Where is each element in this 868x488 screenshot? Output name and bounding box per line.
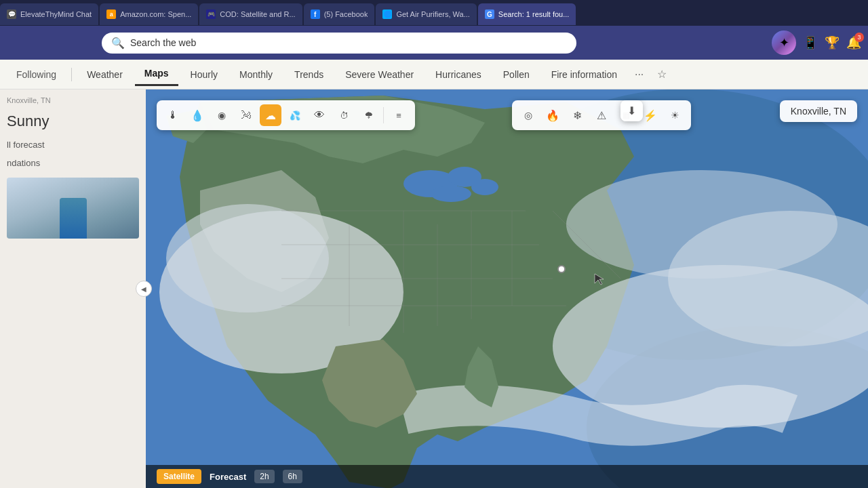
trophy-icon: 🏆	[825, 36, 840, 49]
copilot-button[interactable]: ✦	[772, 30, 796, 55]
nav-item-pollen[interactable]: Pollen	[494, 64, 539, 85]
nav-item-following[interactable]: Following	[7, 64, 66, 85]
map-tool-fire[interactable]: 🔥	[542, 104, 564, 126]
tab-label: COD: Satellite and R...	[220, 10, 295, 18]
weather-condition: Sunny	[7, 113, 139, 130]
nav-item-hurricanes[interactable]: Hurricanes	[426, 64, 491, 85]
map-tool-clouds[interactable]: ☁	[260, 104, 281, 126]
toolbar-icons: ✦ 📱 🏆 🔔 3	[772, 30, 861, 55]
svg-point-5	[471, 179, 498, 195]
weather-location-label: Knoxville, TN	[7, 96, 139, 104]
map-tool-lightning2[interactable]: 🌩	[357, 104, 379, 126]
map-tool-wind[interactable]: 🌬	[235, 104, 257, 126]
tab-search[interactable]: G Search: 1 result fou...	[478, 3, 576, 25]
map-tool-temperature[interactable]: 🌡	[162, 104, 184, 126]
map-tool-target[interactable]: ◎	[517, 104, 539, 126]
map-tool-uv[interactable]: ☀	[664, 104, 686, 126]
browser-chrome: 💬 ElevateThyMind Chat a Amazon.com: Spen…	[0, 0, 868, 60]
tab-cod[interactable]: 🎮 COD: Satellite and R...	[199, 3, 302, 25]
tab-airpurifiers[interactable]: 🌀 Get Air Purifiers, Wa...	[376, 3, 476, 25]
mobile-icon-button[interactable]: 📱	[803, 35, 818, 50]
map-tool-layers[interactable]: ≡	[388, 104, 410, 126]
download-icon: ⬇	[627, 105, 636, 117]
map-tool-visibility[interactable]: 👁	[309, 104, 330, 126]
weather-thumbnail	[7, 178, 139, 239]
bell-icon-button[interactable]: 🔔 3	[846, 35, 861, 50]
panel-collapse-button[interactable]: ◀	[136, 281, 152, 297]
browser-toolbar: 🔍 ✦ 📱 🏆 🔔 3	[0, 26, 868, 60]
nav-separator	[71, 68, 72, 81]
nav-item-weather[interactable]: Weather	[77, 64, 132, 85]
map-toolbar-group2: ◎ 🔥 ❄ ⚠ ▦ ⚡ ☀	[512, 100, 691, 130]
tab-favicon: 🌀	[382, 9, 392, 19]
chevron-left-icon: ◀	[141, 285, 146, 293]
map-location-pin	[557, 265, 566, 273]
tab-bar: 💬 ElevateThyMind Chat a Amazon.com: Spen…	[0, 0, 868, 26]
map-area[interactable]: 🌡 💧 ◉ 🌬 ☁ 💦 👁 ⏱ 🌩 ≡ ◎ 🔥 ❄ ⚠ ▦ ⚡ ☀ ⬇	[146, 89, 868, 488]
nav-item-hourly[interactable]: Hourly	[181, 64, 227, 85]
mobile-icon: 📱	[803, 36, 818, 49]
tab-facebook[interactable]: f (5) Facebook	[304, 3, 375, 25]
map-tool-radar[interactable]: ◉	[211, 104, 233, 126]
tab-label: Search: 1 result fou...	[498, 10, 570, 18]
map-tool-divider	[383, 107, 384, 123]
map-tool-pressure[interactable]: ⏱	[333, 104, 355, 126]
left-panel: Knoxville, TN Sunny ll forecast ndations	[0, 89, 146, 488]
time-2h-button[interactable]: 2h	[254, 470, 274, 483]
tab-favicon: a	[106, 9, 116, 19]
ndations-link[interactable]: ndations	[7, 157, 139, 169]
svg-point-11	[566, 170, 837, 279]
tab-label: Amazon.com: Spen...	[120, 10, 191, 18]
map-tool-warning[interactable]: ⚠	[591, 104, 612, 126]
satellite-tag[interactable]: Satellite	[157, 469, 201, 484]
all-forecast-link[interactable]: ll forecast	[7, 138, 139, 151]
map-toolbar-group1: 🌡 💧 ◉ 🌬 ☁ 💦 👁 ⏱ 🌩 ≡	[157, 100, 415, 130]
search-icon: 🔍	[111, 37, 125, 49]
tab-label: Get Air Purifiers, Wa...	[396, 10, 469, 18]
forecast-link[interactable]: Forecast	[210, 472, 246, 482]
tab-favicon: 🎮	[206, 9, 216, 19]
main-content: Knoxville, TN Sunny ll forecast ndations…	[0, 89, 868, 488]
nav-item-trends[interactable]: Trends	[285, 64, 333, 85]
nav-item-maps[interactable]: Maps	[135, 62, 178, 86]
tab-favicon: G	[485, 9, 494, 19]
search-input[interactable]	[130, 37, 567, 48]
map-background	[146, 89, 868, 488]
tab-label: (5) Facebook	[324, 10, 368, 18]
nav-item-fire[interactable]: Fire information	[542, 64, 627, 85]
svg-point-6	[431, 186, 471, 202]
weather-nav: Following Weather Maps Hourly Monthly Tr…	[0, 60, 868, 89]
map-tool-precipitation[interactable]: 💧	[186, 104, 208, 126]
map-location-box: Knoxville, TN	[780, 100, 857, 122]
svg-point-8	[166, 204, 329, 312]
tab-elevatethymind[interactable]: 💬 ElevateThyMind Chat	[0, 3, 98, 25]
map-download-button[interactable]: ⬇	[620, 100, 643, 121]
tab-amazon[interactable]: a Amazon.com: Spen...	[100, 3, 198, 25]
tab-favicon: f	[311, 9, 320, 19]
map-tool-snow[interactable]: ❄	[566, 104, 588, 126]
trophy-icon-button[interactable]: 🏆	[825, 35, 840, 50]
map-location-text: Knoxville, TN	[791, 106, 846, 117]
nav-item-monthly[interactable]: Monthly	[230, 64, 282, 85]
tab-favicon: 💬	[7, 9, 16, 19]
more-button[interactable]: ···	[629, 63, 649, 86]
copilot-icon: ✦	[779, 35, 789, 50]
bookmark-button[interactable]: ☆	[652, 62, 672, 86]
map-tool-humidity[interactable]: 💦	[284, 104, 306, 126]
notification-badge: 3	[854, 33, 864, 42]
map-bottom-bar: Satellite Forecast 2h 6h	[146, 465, 868, 488]
nav-item-severe[interactable]: Severe Weather	[336, 64, 423, 85]
search-bar[interactable]: 🔍	[102, 33, 576, 54]
tab-label: ElevateThyMind Chat	[20, 10, 92, 18]
thumbnail-person	[60, 198, 87, 239]
time-6h-button[interactable]: 6h	[283, 470, 302, 483]
